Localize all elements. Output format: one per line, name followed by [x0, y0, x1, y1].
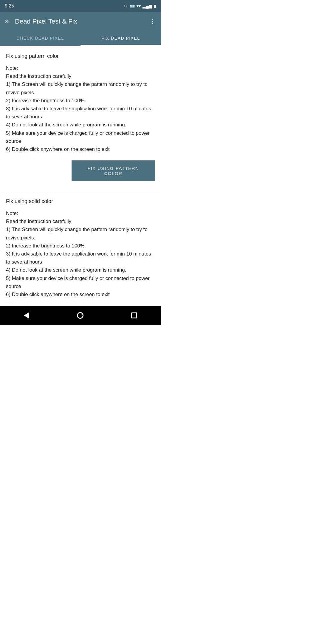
- nav-home-button[interactable]: [77, 312, 83, 319]
- home-icon: [77, 312, 83, 319]
- section-solid-title: Fix using solid color: [6, 198, 155, 205]
- more-options-button[interactable]: ⋮: [149, 18, 156, 25]
- section-pattern-color: Fix using pattern color Note: Read the i…: [0, 46, 161, 191]
- status-time: 9:25: [5, 3, 14, 9]
- settings-icon: ⚙: [124, 4, 128, 8]
- close-button[interactable]: ×: [5, 18, 9, 25]
- pattern-instruction-5: 5) Make sure your device is charged full…: [6, 130, 150, 144]
- solid-note-label: Note:: [6, 210, 18, 216]
- battery-icon: ▮: [154, 4, 156, 8]
- section-solid-color: Fix using solid color Note: Read the ins…: [0, 191, 161, 306]
- solid-instruction-6: 6) Double click anywhere on the screen t…: [6, 292, 110, 297]
- status-icons: ⚙ 🪪 ▾▾ ▂▄▆ ▮: [124, 4, 156, 8]
- section-pattern-instructions: Note: Read the instruction carefully 1) …: [6, 64, 155, 153]
- pattern-note-label: Note:: [6, 65, 18, 71]
- toolbar: × Dead Pixel Test & Fix ⋮: [0, 12, 161, 31]
- content-area: Fix using pattern color Note: Read the i…: [0, 46, 161, 306]
- solid-instruction-1: 1) The Screen will quickly change the pa…: [6, 227, 148, 240]
- nav-bar: [0, 306, 161, 325]
- solid-read-instruction: Read the instruction carefully: [6, 219, 71, 224]
- status-bar: 9:25 ⚙ 🪪 ▾▾ ▂▄▆ ▮: [0, 0, 161, 12]
- pattern-instruction-2: 2) Increase the brightness to 100%: [6, 98, 85, 103]
- solid-instruction-3: 3) It is advisable to leave the applicat…: [6, 251, 151, 265]
- pattern-instruction-6: 6) Double click anywhere on the screen t…: [6, 146, 110, 152]
- tab-bar: CHECK DEAD PIXEL FIX DEAD PIXEL: [0, 31, 161, 46]
- pattern-read-instruction: Read the instruction carefully: [6, 73, 71, 79]
- nav-recent-button[interactable]: [131, 312, 137, 318]
- pattern-instruction-4: 4) Do not look at the screen while progr…: [6, 122, 126, 128]
- wifi-icon: ▾▾: [137, 4, 141, 8]
- tab-check-dead-pixel[interactable]: CHECK DEAD PIXEL: [0, 31, 80, 45]
- sim-icon: 🪪: [130, 4, 135, 8]
- section-pattern-title: Fix using pattern color: [6, 53, 155, 59]
- signal-icon: ▂▄▆: [143, 4, 152, 8]
- solid-instruction-2: 2) Increase the brightness to 100%: [6, 243, 85, 249]
- section-solid-instructions: Note: Read the instruction carefully 1) …: [6, 209, 155, 298]
- pattern-instruction-3: 3) It is advisable to leave the applicat…: [6, 106, 151, 120]
- solid-instruction-4: 4) Do not look at the screen while progr…: [6, 267, 126, 273]
- fix-pattern-color-button[interactable]: FIX USING PATTERN COLOR: [72, 160, 155, 181]
- solid-instruction-5: 5) Make sure your device is charged full…: [6, 275, 150, 289]
- back-icon: [24, 312, 29, 319]
- nav-back-button[interactable]: [24, 312, 29, 319]
- recent-icon: [131, 312, 137, 318]
- pattern-instruction-1: 1) The Screen will quickly change the pa…: [6, 81, 148, 95]
- tab-fix-dead-pixel[interactable]: FIX DEAD PIXEL: [80, 31, 161, 45]
- app-title: Dead Pixel Test & Fix: [15, 18, 143, 25]
